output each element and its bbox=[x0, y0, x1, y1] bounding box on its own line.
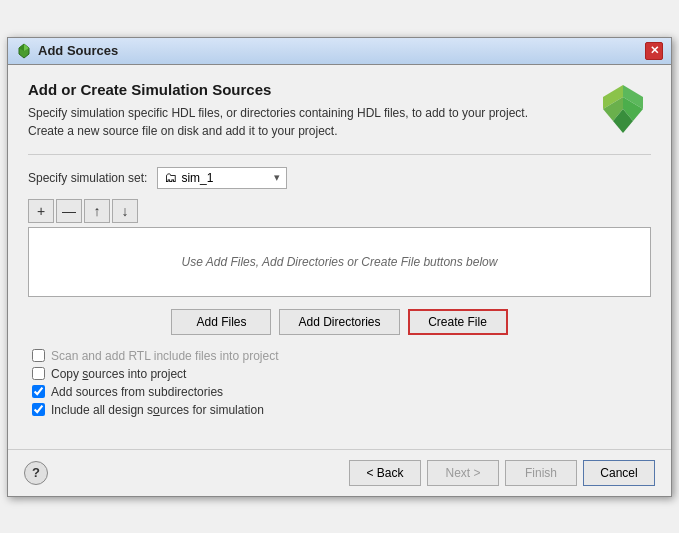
sim-set-dropdown[interactable]: 🗂 sim_1 ▾ bbox=[157, 167, 287, 189]
header-divider bbox=[28, 154, 651, 155]
header-section: Add or Create Simulation Sources Specify… bbox=[28, 81, 651, 140]
back-button[interactable]: < Back bbox=[349, 460, 421, 486]
move-up-toolbar-button[interactable]: ↑ bbox=[84, 199, 110, 223]
remove-file-toolbar-button[interactable]: — bbox=[56, 199, 82, 223]
add-file-toolbar-button[interactable]: + bbox=[28, 199, 54, 223]
dialog-description-1: Specify simulation specific HDL files, o… bbox=[28, 104, 528, 122]
checkbox-row-include: Include all design sources for simulatio… bbox=[32, 403, 651, 417]
checkboxes-section: Scan and add RTL include files into proj… bbox=[28, 349, 651, 417]
add-directories-button[interactable]: Add Directories bbox=[279, 309, 399, 335]
dialog-footer: ? < Back Next > Finish Cancel bbox=[8, 449, 671, 496]
sim-set-row: Specify simulation set: 🗂 sim_1 ▾ bbox=[28, 167, 651, 189]
close-button[interactable]: ✕ bbox=[645, 42, 663, 60]
window-title: Add Sources bbox=[38, 43, 118, 58]
scan-checkbox[interactable] bbox=[32, 349, 45, 362]
checkbox-row-scan: Scan and add RTL include files into proj… bbox=[32, 349, 651, 363]
checkbox-row-copy: Copy sources into project bbox=[32, 367, 651, 381]
footer-left: ? bbox=[24, 461, 48, 485]
file-list-area: Use Add Files, Add Directories or Create… bbox=[28, 227, 651, 297]
down-arrow-icon: ↓ bbox=[122, 203, 129, 219]
create-file-button[interactable]: Create File bbox=[408, 309, 508, 335]
dialog-content: Add or Create Simulation Sources Specify… bbox=[8, 65, 671, 449]
add-icon: + bbox=[37, 203, 45, 219]
file-toolbar: + — ↑ ↓ bbox=[28, 199, 651, 223]
sim-set-folder-icon: 🗂 bbox=[164, 170, 177, 185]
titlebar-left: Add Sources bbox=[16, 43, 118, 59]
scan-label: Scan and add RTL include files into proj… bbox=[51, 349, 278, 363]
include-checkbox[interactable] bbox=[32, 403, 45, 416]
header-text: Add or Create Simulation Sources Specify… bbox=[28, 81, 528, 140]
up-arrow-icon: ↑ bbox=[94, 203, 101, 219]
copy-label: Copy sources into project bbox=[51, 367, 186, 381]
finish-button[interactable]: Finish bbox=[505, 460, 577, 486]
copy-checkbox[interactable] bbox=[32, 367, 45, 380]
add-files-button[interactable]: Add Files bbox=[171, 309, 271, 335]
window-icon bbox=[16, 43, 32, 59]
dialog-title: Add or Create Simulation Sources bbox=[28, 81, 528, 98]
vivado-logo bbox=[595, 81, 651, 137]
titlebar: Add Sources ✕ bbox=[8, 38, 671, 65]
cancel-button[interactable]: Cancel bbox=[583, 460, 655, 486]
move-down-toolbar-button[interactable]: ↓ bbox=[112, 199, 138, 223]
include-label: Include all design sources for simulatio… bbox=[51, 403, 264, 417]
dropdown-arrow-icon: ▾ bbox=[274, 171, 280, 184]
main-window: Add Sources ✕ Add or Create Simulation S… bbox=[7, 37, 672, 497]
help-button[interactable]: ? bbox=[24, 461, 48, 485]
remove-icon: — bbox=[62, 203, 76, 219]
dialog-description-2: Create a new source file on disk and add… bbox=[28, 122, 528, 140]
sim-set-label: Specify simulation set: bbox=[28, 171, 147, 185]
next-button[interactable]: Next > bbox=[427, 460, 499, 486]
subdirs-checkbox[interactable] bbox=[32, 385, 45, 398]
checkbox-row-subdirs: Add sources from subdirectories bbox=[32, 385, 651, 399]
file-list-hint: Use Add Files, Add Directories or Create… bbox=[182, 255, 498, 269]
footer-right: < Back Next > Finish Cancel bbox=[349, 460, 655, 486]
action-buttons: Add Files Add Directories Create File bbox=[28, 309, 651, 335]
subdirs-label: Add sources from subdirectories bbox=[51, 385, 223, 399]
sim-set-value: sim_1 bbox=[181, 171, 270, 185]
